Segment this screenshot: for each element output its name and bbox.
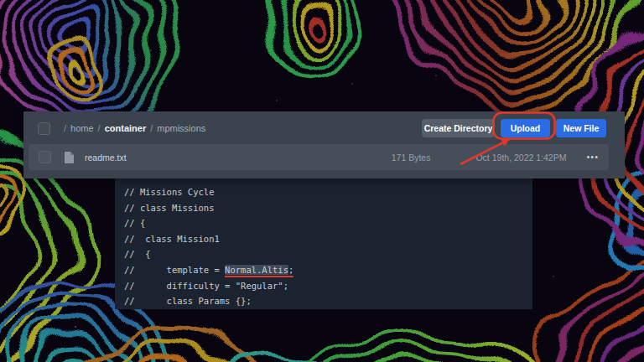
file-modified-date: Oct 19th, 2022 1:42PM: [469, 153, 566, 163]
code-line: // Missions Cycle: [124, 184, 532, 200]
code-template-prefix: // template =: [124, 265, 225, 275]
file-row-readme[interactable]: readme.txt 171 Bytes Oct 19th, 2022 1:42…: [29, 144, 609, 170]
code-line-template: // template = Normal.Altis;: [124, 262, 532, 278]
file-name[interactable]: readme.txt: [85, 153, 127, 163]
code-line: // {: [124, 215, 532, 231]
breadcrumb-segment-container[interactable]: container: [105, 123, 147, 133]
breadcrumb-separator: /: [98, 123, 101, 133]
select-all-checkbox[interactable]: [38, 122, 50, 135]
template-value-underline: Normal.Altis;: [225, 265, 293, 277]
code-line: // class Missions: [124, 200, 532, 216]
breadcrumb-separator: /: [64, 123, 66, 133]
file-size: 171 Bytes: [392, 153, 431, 163]
template-value-highlight: Normal.Altis: [225, 265, 288, 275]
file-manager-panel: / home / container / mpmissions Create D…: [23, 111, 625, 178]
code-line: // class Params {};: [124, 293, 532, 309]
file-checkbox[interactable]: [39, 151, 51, 163]
code-line: // difficulty = "Regular";: [124, 278, 532, 294]
create-directory-button[interactable]: Create Directory: [422, 119, 495, 137]
template-semicolon: ;: [288, 265, 293, 275]
breadcrumb: / home / container / mpmissions: [64, 123, 205, 133]
file-manager-header: / home / container / mpmissions Create D…: [23, 111, 625, 145]
breadcrumb-segment-home[interactable]: home: [70, 123, 94, 133]
code-line: // class Mission1: [124, 231, 532, 247]
code-block: // Missions Cycle // class Missions // {…: [115, 178, 532, 309]
file-document-icon: [65, 152, 74, 163]
file-actions-menu-icon[interactable]: •••: [586, 153, 599, 162]
upload-button[interactable]: Upload: [501, 119, 550, 137]
new-file-button[interactable]: New File: [556, 119, 606, 137]
toolbar-buttons: Create Directory Upload New File: [422, 119, 606, 137]
breadcrumb-segment-mpmissions[interactable]: mpmissions: [157, 123, 205, 133]
breadcrumb-separator: /: [150, 123, 153, 133]
code-line: // {: [124, 246, 532, 262]
